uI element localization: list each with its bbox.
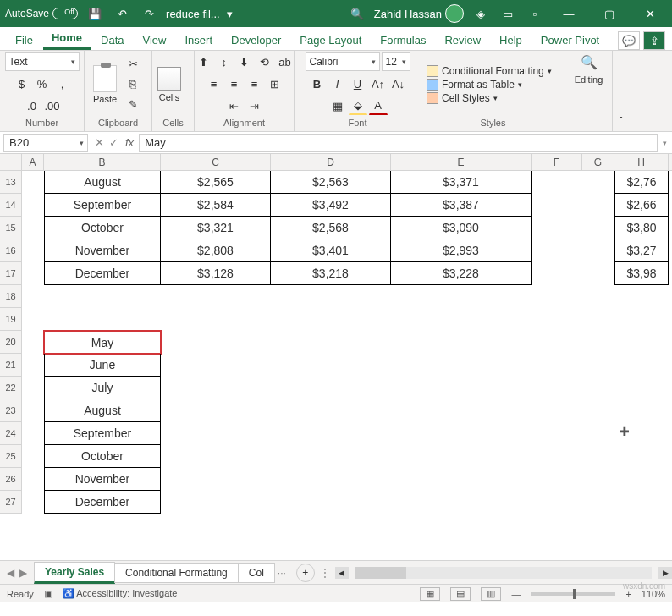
col-head-e[interactable]: E (391, 154, 532, 170)
row-head[interactable]: 22 (0, 377, 22, 399)
cell[interactable] (532, 217, 582, 239)
cell[interactable]: November (44, 468, 161, 491)
cell[interactable]: December (44, 262, 161, 285)
cell[interactable] (161, 399, 271, 422)
expand-bar-icon[interactable]: ▾ (658, 139, 672, 147)
cell[interactable]: November (44, 239, 161, 262)
increase-decimal-icon[interactable]: .0 (23, 96, 41, 115)
cell[interactable] (582, 217, 614, 239)
sheet-nav-prev-icon[interactable]: ◀ (7, 567, 14, 579)
cell[interactable] (614, 354, 669, 377)
zoom-slider[interactable] (531, 592, 615, 596)
col-head-b[interactable]: B (44, 154, 161, 170)
cell[interactable] (391, 285, 532, 308)
cell[interactable]: $3,218 (271, 262, 391, 285)
cell[interactable] (582, 399, 614, 422)
cell[interactable] (532, 331, 582, 354)
cell[interactable]: $2,568 (271, 217, 391, 239)
cell[interactable]: $3,387 (391, 194, 532, 217)
tab-home[interactable]: Home (43, 28, 91, 50)
cells-button[interactable]: Cells (157, 67, 181, 102)
cell[interactable] (161, 285, 271, 308)
sheet-tab-active[interactable]: Yearly Sales (34, 562, 115, 584)
normal-view-icon[interactable]: ▦ (420, 587, 440, 601)
cell[interactable]: June (44, 354, 161, 377)
decrease-indent-icon[interactable]: ⇤ (225, 96, 244, 115)
format-as-table-button[interactable]: Format as Table▾ (427, 78, 552, 91)
row-head[interactable]: 27 (0, 491, 22, 514)
user-account[interactable]: Zahid Hassan (374, 4, 464, 23)
cell[interactable] (22, 422, 44, 445)
decrease-decimal-icon[interactable]: .00 (43, 96, 62, 115)
cell[interactable]: $2,66 (614, 194, 669, 217)
cell[interactable]: September (44, 422, 161, 445)
cell[interactable]: September (44, 194, 161, 217)
row-head[interactable]: 26 (0, 468, 22, 491)
cell[interactable] (532, 239, 582, 262)
new-sheet-button[interactable]: + (296, 564, 315, 582)
cell[interactable]: $2,76 (614, 171, 669, 194)
cell[interactable]: $3,80 (614, 217, 669, 239)
cell[interactable] (22, 308, 44, 331)
cell[interactable] (22, 399, 44, 422)
comma-icon[interactable]: , (53, 74, 72, 93)
app-icon[interactable]: ▫ (525, 3, 545, 24)
percent-icon[interactable]: % (33, 74, 52, 93)
cell[interactable] (614, 285, 669, 308)
tab-insert[interactable]: Insert (177, 30, 222, 50)
cell[interactable] (161, 445, 271, 468)
page-layout-view-icon[interactable]: ▤ (450, 587, 471, 601)
sheet-nav-next-icon[interactable]: ▶ (19, 567, 27, 579)
cell[interactable] (271, 422, 391, 445)
cell[interactable] (614, 445, 669, 468)
fx-icon[interactable]: fx (125, 136, 134, 149)
formula-bar[interactable]: May (139, 134, 658, 152)
cell[interactable] (44, 308, 161, 331)
zoom-out-icon[interactable]: — (511, 589, 521, 599)
row-head[interactable]: 25 (0, 445, 22, 468)
cell[interactable] (161, 331, 271, 354)
cell[interactable] (614, 468, 669, 491)
align-left-icon[interactable]: ≡ (205, 74, 223, 93)
merge-icon[interactable]: ⊞ (266, 74, 284, 93)
cell[interactable] (22, 331, 44, 354)
cell[interactable] (161, 308, 271, 331)
tab-help[interactable]: Help (491, 30, 531, 50)
cell[interactable] (614, 308, 669, 331)
cell[interactable] (271, 399, 391, 422)
cell[interactable] (582, 422, 614, 445)
cell[interactable] (271, 468, 391, 491)
file-name[interactable]: reduce fil... (166, 8, 220, 20)
cell[interactable] (532, 262, 582, 285)
tray-icon[interactable]: ▭ (498, 3, 518, 24)
cell[interactable] (532, 445, 582, 468)
minimize-button[interactable]: — (552, 0, 586, 27)
cell[interactable] (582, 262, 614, 285)
row-head[interactable]: 23 (0, 399, 22, 422)
cell[interactable] (582, 354, 614, 377)
fill-color-icon[interactable]: ⬙ (349, 96, 367, 115)
cell[interactable]: $2,808 (161, 239, 271, 262)
orientation-icon[interactable]: ⟲ (256, 52, 274, 71)
number-format-dropdown[interactable]: Text (5, 52, 80, 71)
borders-icon[interactable]: ▦ (328, 96, 347, 115)
cell[interactable] (532, 399, 582, 422)
cell[interactable] (391, 331, 532, 354)
cell[interactable]: $3,27 (614, 239, 669, 262)
cell[interactable] (532, 468, 582, 491)
cell[interactable]: $2,565 (161, 171, 271, 194)
tab-review[interactable]: Review (436, 30, 489, 50)
cell[interactable]: $3,492 (271, 194, 391, 217)
bold-icon[interactable]: B (308, 74, 327, 93)
cell[interactable] (22, 377, 44, 399)
cell[interactable]: $3,371 (391, 171, 532, 194)
cell[interactable] (161, 491, 271, 514)
cell[interactable] (532, 422, 582, 445)
cell[interactable] (271, 331, 391, 354)
currency-icon[interactable]: $ (13, 74, 31, 93)
row-head[interactable]: 21 (0, 354, 22, 377)
cell[interactable]: $3,128 (161, 262, 271, 285)
cell[interactable] (22, 354, 44, 377)
row-head[interactable]: 17 (0, 262, 22, 285)
close-button[interactable]: ✕ (633, 0, 667, 27)
